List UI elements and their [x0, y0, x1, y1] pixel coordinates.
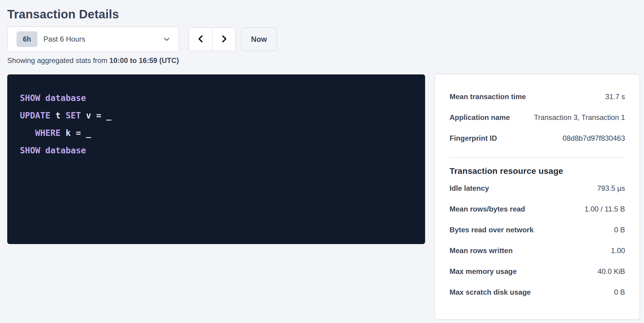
resource-usage-heading: Transaction resource usage	[450, 166, 625, 176]
time-range-badge: 6h	[17, 31, 37, 47]
stat-value: 1.00 / 11.5 B	[585, 205, 625, 213]
stat-value: Transaction 3, Transaction 1	[534, 113, 625, 122]
sql-line: WHERE k = _	[20, 124, 412, 142]
stat-value: 1.00	[611, 246, 625, 255]
card-divider	[450, 157, 625, 158]
time-range-dropdown[interactable]: 6h Past 6 Hours	[7, 27, 179, 52]
stat-value: 0 B	[614, 288, 625, 296]
stat-row: Fingerprint ID08d8b7d97f830463	[450, 128, 625, 149]
stat-row: Mean rows written1.00	[450, 240, 625, 261]
chevron-right-icon	[219, 34, 229, 45]
stat-label: Mean transaction time	[450, 93, 533, 101]
time-nav-button-group	[189, 27, 236, 51]
stat-label: Fingerprint ID	[450, 134, 504, 143]
time-controls: 6h Past 6 Hours Now	[7, 27, 644, 52]
chevron-left-icon	[196, 34, 205, 45]
stat-value: 793.5 µs	[597, 184, 625, 193]
transaction-details-page: Transaction Details 6h Past 6 Hours Now …	[0, 0, 644, 323]
stat-label: Max scratch disk usage	[450, 288, 538, 296]
resource-rows: Idle latency793.5 µsMean rows/bytes read…	[450, 178, 625, 303]
stat-label: Idle latency	[450, 184, 496, 193]
sql-line: UPDATE t SET v = _	[20, 107, 412, 124]
stat-row: Max scratch disk usage0 B	[450, 282, 625, 303]
now-button[interactable]: Now	[241, 27, 277, 51]
stat-label: Mean rows written	[450, 246, 520, 255]
stat-label: Bytes read over network	[450, 226, 541, 234]
stat-label: Max memory usage	[450, 267, 524, 276]
stat-row: Max memory usage40.0 KiB	[450, 261, 625, 282]
caption-time-range: 10:00 to 16:59 (UTC)	[109, 56, 179, 64]
stat-row: Mean transaction time31.7 s	[450, 86, 625, 107]
stat-label: Mean rows/bytes read	[450, 205, 532, 213]
chevron-down-icon	[163, 35, 171, 43]
aggregation-caption: Showing aggregated stats from 10:00 to 1…	[7, 56, 644, 65]
sql-statements-box: SHOW databaseUPDATE t SET v = _ WHERE k …	[7, 74, 425, 244]
stat-value: 0 B	[614, 226, 625, 234]
stat-value: 40.0 KiB	[598, 267, 625, 276]
stat-value: 08d8b7d97f830463	[563, 134, 625, 143]
prev-time-range-button[interactable]	[189, 28, 212, 51]
stat-label: Application name	[450, 113, 517, 122]
time-range-label: Past 6 Hours	[43, 35, 85, 43]
page-title: Transaction Details	[7, 7, 644, 21]
sql-line: SHOW database	[20, 142, 412, 159]
main-content: SHOW databaseUPDATE t SET v = _ WHERE k …	[7, 74, 644, 319]
stat-row: Bytes read over network0 B	[450, 219, 625, 240]
stat-row: Mean rows/bytes read1.00 / 11.5 B	[450, 199, 625, 219]
caption-prefix: Showing aggregated stats from	[7, 56, 109, 64]
summary-rows: Mean transaction time31.7 sApplication n…	[450, 86, 625, 149]
stat-row: Idle latency793.5 µs	[450, 178, 625, 199]
next-time-range-button[interactable]	[212, 28, 235, 51]
transaction-stats-card: Mean transaction time31.7 sApplication n…	[435, 74, 639, 319]
stat-value: 31.7 s	[605, 93, 625, 101]
stat-row: Application nameTransaction 3, Transacti…	[450, 107, 625, 128]
sql-line: SHOW database	[20, 89, 412, 107]
